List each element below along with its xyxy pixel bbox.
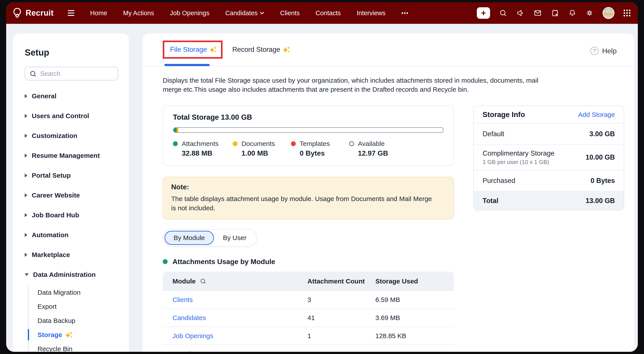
sidebar-item-career-website[interactable]: Career Website bbox=[25, 185, 121, 205]
storage-description: Displays the total File Storage space us… bbox=[163, 76, 551, 94]
storage-info-card: Storage Info Add Storage Default 3.00 GB… bbox=[473, 106, 624, 211]
sidebar-search bbox=[25, 67, 121, 80]
triangle-collapsed-icon bbox=[25, 253, 27, 257]
triangle-collapsed-icon bbox=[25, 233, 27, 237]
recruit-pin-icon bbox=[12, 7, 22, 18]
hamburger-icon[interactable] bbox=[68, 10, 74, 16]
storage-info-column: Storage Info Add Storage Default 3.00 GB… bbox=[473, 106, 624, 211]
setup-sidebar: Setup General Users and Control Customiz… bbox=[13, 33, 129, 352]
nav-contacts[interactable]: Contacts bbox=[316, 9, 341, 17]
tab-record-storage[interactable]: Record Storage bbox=[232, 46, 291, 53]
attachments-dot-icon bbox=[173, 141, 178, 146]
triangle-collapsed-icon bbox=[25, 114, 27, 118]
usage-section-header: Attachments Usage by Module bbox=[163, 258, 454, 266]
storage-tabs: File Storage Record Storage ? Help bbox=[142, 33, 634, 66]
table-row: Clients 3 6.59 MB bbox=[163, 291, 454, 309]
brand-logo[interactable]: Recruit bbox=[12, 7, 54, 18]
usage-table: Module Attachment Count Storage Used Cli… bbox=[163, 272, 454, 352]
legend-templates: Templates 0 Bytes bbox=[291, 140, 335, 157]
help-button[interactable]: ? Help bbox=[590, 47, 617, 55]
screen: Recruit Home My Actions Job Openings Can… bbox=[0, 0, 644, 354]
sidebar-item-recycle-bin[interactable]: Recycle Bin bbox=[38, 342, 121, 352]
templates-dot-icon bbox=[291, 141, 296, 146]
top-navigation-bar: Recruit Home My Actions Job Openings Can… bbox=[6, 2, 638, 24]
sidebar-item-marketplace[interactable]: Marketplace bbox=[25, 245, 121, 265]
module-link-clients[interactable]: Clients bbox=[172, 296, 193, 304]
table-row: Job Openings 1 128.85 KB bbox=[163, 327, 454, 345]
storage-info-row: Purchased 0 Bytes bbox=[474, 170, 624, 192]
sidebar-item-resume-management[interactable]: Resume Management bbox=[25, 146, 121, 166]
nav-interviews[interactable]: Interviews bbox=[357, 9, 386, 17]
triangle-collapsed-icon bbox=[25, 213, 27, 217]
app-window: Recruit Home My Actions Job Openings Can… bbox=[6, 2, 638, 352]
storage-usage-bar bbox=[173, 127, 444, 133]
sidebar-item-storage[interactable]: Storage bbox=[38, 328, 121, 342]
triangle-collapsed-icon bbox=[25, 94, 27, 98]
add-storage-link[interactable]: Add Storage bbox=[578, 111, 615, 118]
table-row: Interviews 107 46.81 KB bbox=[163, 345, 454, 352]
view-toggle: By Module By User bbox=[163, 229, 257, 247]
legend-available: Available 12.97 GB bbox=[349, 140, 393, 157]
quick-create-button[interactable]: + bbox=[477, 7, 490, 19]
section-dot-icon bbox=[163, 259, 168, 264]
chevron-down-icon bbox=[260, 11, 264, 14]
column-search-icon[interactable] bbox=[200, 278, 207, 285]
topbar-actions: + bbox=[477, 7, 631, 19]
tab-file-storage[interactable]: File Storage bbox=[163, 40, 222, 59]
nav-overflow-button[interactable]: ••• bbox=[402, 10, 409, 16]
module-link-job-openings[interactable]: Job Openings bbox=[172, 332, 213, 340]
sidebar-item-automation[interactable]: Automation bbox=[25, 225, 121, 245]
primary-nav: Home My Actions Job Openings Candidates … bbox=[90, 9, 409, 17]
storage-panel: File Storage Record Storage ? Help bbox=[142, 33, 634, 352]
legend-attachments: Attachments 32.88 MB bbox=[173, 140, 218, 157]
documents-dot-icon bbox=[233, 141, 238, 146]
sidebar-item-job-board-hub[interactable]: Job Board Hub bbox=[25, 205, 121, 225]
sidebar-item-data-migration[interactable]: Data Migration bbox=[38, 286, 121, 300]
storage-info-title: Storage Info bbox=[482, 110, 525, 119]
storage-legend: Attachments 32.88 MB Documents 1.00 MB T… bbox=[173, 140, 444, 157]
search-input[interactable] bbox=[25, 67, 118, 80]
by-user-toggle[interactable]: By User bbox=[214, 231, 256, 245]
total-storage-title: Total Storage 13.00 GB bbox=[173, 113, 444, 121]
search-icon[interactable] bbox=[499, 9, 507, 17]
calendar-icon[interactable] bbox=[551, 9, 559, 17]
nav-job-openings[interactable]: Job Openings bbox=[170, 9, 209, 17]
bell-icon[interactable] bbox=[568, 9, 576, 17]
user-avatar[interactable] bbox=[602, 7, 614, 19]
triangle-collapsed-icon bbox=[25, 173, 27, 177]
storage-info-row: Complimentary Storage 1 GB per user (10 … bbox=[474, 145, 624, 170]
nav-clients[interactable]: Clients bbox=[280, 9, 300, 17]
sidebar-item-customization[interactable]: Customization bbox=[25, 126, 121, 146]
announce-icon[interactable] bbox=[516, 9, 524, 17]
brand-name: Recruit bbox=[26, 8, 54, 18]
complimentary-storage-detail: 1 GB per user (10 x 1 GB) bbox=[482, 159, 554, 166]
note-box: Note: The table displays attachment usag… bbox=[163, 177, 454, 219]
sidebar-item-general[interactable]: General bbox=[25, 86, 121, 106]
table-row: Candidates 41 3.69 MB bbox=[163, 309, 454, 327]
sidebar-item-data-administration[interactable]: Data Administration bbox=[25, 265, 121, 285]
attachments-bar-segment bbox=[174, 128, 177, 132]
nav-candidates[interactable]: Candidates bbox=[225, 9, 264, 17]
sidebar-item-data-backup[interactable]: Data Backup bbox=[38, 314, 121, 328]
apps-grid-icon[interactable] bbox=[623, 9, 631, 17]
nav-home[interactable]: Home bbox=[90, 9, 107, 17]
sidebar-item-portal-setup[interactable]: Portal Setup bbox=[25, 166, 121, 185]
mail-icon[interactable] bbox=[533, 9, 542, 17]
module-link-interviews[interactable]: Interviews bbox=[172, 350, 202, 352]
sidebar-item-users-and-control[interactable]: Users and Control bbox=[25, 106, 121, 126]
triangle-collapsed-icon bbox=[25, 193, 27, 197]
data-administration-submenu: Data Migration Export Data Backup Storag… bbox=[28, 286, 121, 352]
nav-my-actions[interactable]: My Actions bbox=[123, 9, 154, 17]
by-module-toggle[interactable]: By Module bbox=[164, 231, 214, 245]
triangle-expanded-icon bbox=[25, 273, 29, 276]
nav-candidates-label: Candidates bbox=[225, 9, 258, 17]
sparkle-icon bbox=[65, 331, 73, 339]
search-icon bbox=[29, 70, 37, 78]
active-tab-underline bbox=[164, 64, 210, 66]
triangle-collapsed-icon bbox=[25, 134, 27, 138]
sidebar-item-export[interactable]: Export bbox=[38, 300, 121, 314]
gear-icon[interactable] bbox=[585, 9, 594, 17]
module-link-candidates[interactable]: Candidates bbox=[172, 314, 206, 322]
storage-info-row: Default 3.00 GB bbox=[474, 124, 624, 145]
triangle-collapsed-icon bbox=[25, 154, 27, 158]
